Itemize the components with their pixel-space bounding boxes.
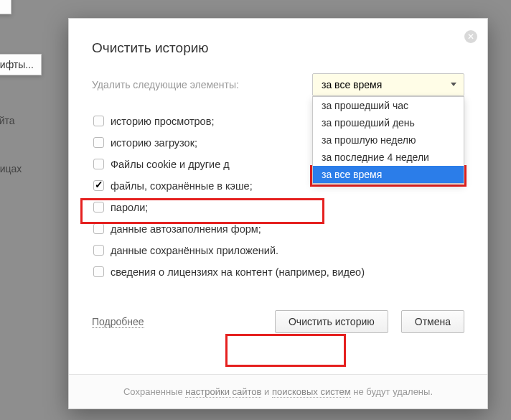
time-range-select[interactable]: за все время (312, 73, 464, 96)
checkbox-browsing-history[interactable] (93, 116, 104, 126)
option-app-data: данные сохранённых приложений. (92, 240, 464, 261)
bg-text-pages: траницах (0, 163, 49, 182)
time-option-day[interactable]: за прошедший день (313, 114, 464, 131)
label-browsing-history: историю просмотров; (111, 116, 214, 127)
footer-prefix: Сохраненные (123, 386, 185, 397)
dialog-footer: Сохраненные настройки сайтов и поисковых… (69, 374, 487, 409)
time-option-4weeks[interactable]: за последние 4 недели (313, 149, 464, 166)
time-option-all[interactable]: за все время (313, 166, 464, 183)
footer-link-search-engines[interactable]: поисковых систем (272, 386, 351, 398)
checkbox-download-history[interactable] (93, 137, 104, 148)
option-licenses: сведения о лицензиях на контент (наприме… (92, 261, 464, 283)
fonts-label: рифты... (0, 59, 34, 70)
label-cookies: Файлы cookie и другие д (111, 159, 230, 170)
option-autofill: данные автозаполнения форм; (92, 218, 464, 240)
footer-suffix: не будут удалены. (351, 386, 433, 397)
footer-mid: и (261, 386, 272, 397)
label-autofill: данные автозаполнения форм; (111, 223, 261, 235)
label-download-history: историю загрузок; (111, 137, 197, 149)
time-range-dropdown: за прошедший час за прошедший день за пр… (312, 96, 464, 184)
label-passwords: пароли; (111, 202, 148, 213)
bg-text-site: ы сайта (0, 115, 46, 134)
time-option-week[interactable]: за прошлую неделю (313, 131, 464, 149)
clear-history-dialog: ✕ Очистить историю Удалить следующие эле… (68, 18, 488, 409)
checkbox-cached-files[interactable] (93, 180, 104, 191)
delete-range-label: Удалить следующие элементы: (92, 79, 239, 90)
cancel-button[interactable]: Отмена (401, 310, 464, 333)
label-cached-files: файлы, сохранённые в кэше; (111, 180, 253, 192)
more-link[interactable]: Подробнее (92, 316, 144, 328)
clear-history-button[interactable]: Очистить историю (275, 310, 388, 333)
checkbox-cookies[interactable] (93, 159, 104, 169)
close-icon[interactable]: ✕ (464, 30, 477, 43)
footer-link-site-settings[interactable]: настройки сайтов (185, 386, 261, 398)
checkbox-autofill[interactable] (93, 223, 104, 234)
checkbox-passwords[interactable] (93, 202, 104, 213)
time-option-hour[interactable]: за прошедший час (313, 97, 464, 114)
dialog-title: Очистить историю (92, 40, 464, 56)
fonts-button[interactable]: рифты... (0, 54, 42, 75)
chevron-down-icon (451, 83, 456, 86)
checkbox-app-data[interactable] (93, 245, 104, 256)
label-licenses: сведения о лицензиях на контент (наприме… (111, 266, 365, 278)
highlight-frame-clear-button (225, 334, 346, 367)
option-passwords: пароли; (92, 197, 464, 218)
label-app-data: данные сохранённых приложений. (111, 245, 278, 256)
time-range-value: за все время (322, 79, 382, 90)
checkbox-licenses[interactable] (93, 266, 104, 277)
